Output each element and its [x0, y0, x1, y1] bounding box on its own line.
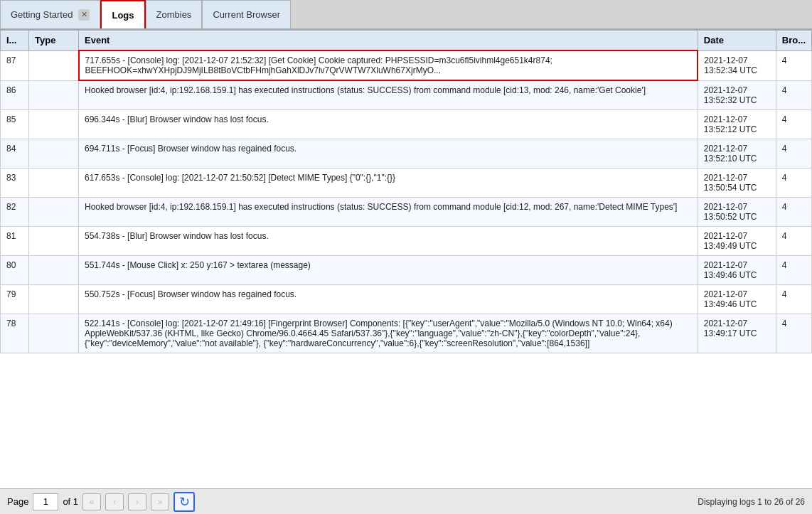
- cell-type: [29, 109, 79, 139]
- tab-current-browser[interactable]: Current Browser: [202, 0, 291, 28]
- cell-bro: 4: [776, 50, 811, 80]
- cell-event: Hooked browser [id:4, ip:192.168.159.1] …: [79, 197, 698, 226]
- cell-type: [29, 284, 79, 314]
- cell-type: [29, 168, 79, 197]
- table-row: 82Hooked browser [id:4, ip:192.168.159.1…: [1, 197, 812, 226]
- table-header-row: I... Type Event Date Bro...: [1, 31, 812, 51]
- table-row: 87717.655s - [Console] log: [2021-12-07 …: [1, 50, 812, 80]
- logs-table-container: I... Type Event Date Bro... 87717.655s -…: [0, 30, 812, 488]
- cell-date: 2021-12-07 13:52:34 UTC: [698, 50, 776, 80]
- cell-i: 80: [1, 255, 29, 284]
- cell-bro: 4: [776, 314, 811, 353]
- cell-date: 2021-12-07 13:49:46 UTC: [698, 255, 776, 284]
- cell-i: 87: [1, 50, 29, 80]
- tab-current-browser-label: Current Browser: [213, 9, 280, 20]
- table-row: 78522.141s - [Console] log: [2021-12-07 …: [1, 314, 812, 353]
- cell-date: 2021-12-07 13:52:10 UTC: [698, 139, 776, 168]
- cell-date: 2021-12-07 13:49:17 UTC: [698, 314, 776, 353]
- table-row: 79550.752s - [Focus] Browser window has …: [1, 284, 812, 314]
- tab-zombies[interactable]: Zombies: [146, 0, 203, 28]
- cell-i: 81: [1, 226, 29, 255]
- cell-bro: 4: [776, 168, 811, 197]
- cell-event: 550.752s - [Focus] Browser window has re…: [79, 284, 698, 314]
- tab-zombies-label: Zombies: [156, 9, 192, 20]
- table-row: 83617.653s - [Console] log: [2021-12-07 …: [1, 168, 812, 197]
- cell-i: 85: [1, 109, 29, 139]
- cell-type: [29, 50, 79, 80]
- table-row: 81554.738s - [Blur] Browser window has l…: [1, 226, 812, 255]
- tab-bar: Getting Started ✕ Logs Zombies Current B…: [0, 0, 812, 30]
- cell-bro: 4: [776, 284, 811, 314]
- cell-date: 2021-12-07 13:49:46 UTC: [698, 284, 776, 314]
- cell-type: [29, 139, 79, 168]
- cell-date: 2021-12-07 13:52:32 UTC: [698, 80, 776, 109]
- refresh-icon: ↻: [179, 494, 190, 510]
- cell-type: [29, 255, 79, 284]
- cell-event: 522.141s - [Console] log: [2021-12-07 21…: [79, 314, 698, 353]
- cell-event: 717.655s - [Console] log: [2021-12-07 21…: [79, 50, 698, 80]
- cell-i: 84: [1, 139, 29, 168]
- prev-page-button[interactable]: ‹: [105, 493, 124, 510]
- refresh-button[interactable]: ↻: [173, 492, 195, 512]
- col-header-event: Event: [79, 31, 698, 51]
- cell-bro: 4: [776, 80, 811, 109]
- table-row: 84694.711s - [Focus] Browser window has …: [1, 139, 812, 168]
- cell-event: 551.744s - [Mouse Click] x: 250 y:167 > …: [79, 255, 698, 284]
- cell-event: 694.711s - [Focus] Browser window has re…: [79, 139, 698, 168]
- cell-bro: 4: [776, 109, 811, 139]
- cell-bro: 4: [776, 226, 811, 255]
- tab-logs-label: Logs: [112, 10, 134, 21]
- cell-bro: 4: [776, 197, 811, 226]
- first-page-button[interactable]: «: [82, 493, 101, 510]
- cell-i: 82: [1, 197, 29, 226]
- next-page-button[interactable]: ›: [128, 493, 146, 510]
- last-page-button[interactable]: »: [151, 493, 169, 510]
- cell-bro: 4: [776, 139, 811, 168]
- footer: Page of 1 « ‹ › » ↻ Displaying logs 1 to…: [0, 488, 812, 514]
- page-of-label: of 1: [63, 496, 78, 507]
- col-header-bro: Bro...: [776, 31, 811, 51]
- page-label: Page: [7, 496, 28, 507]
- cell-event: Hooked browser [id:4, ip:192.168.159.1] …: [79, 80, 698, 109]
- cell-date: 2021-12-07 13:49:49 UTC: [698, 226, 776, 255]
- cell-event: 554.738s - [Blur] Browser window has los…: [79, 226, 698, 255]
- cell-i: 86: [1, 80, 29, 109]
- table-row: 80551.744s - [Mouse Click] x: 250 y:167 …: [1, 255, 812, 284]
- table-row: 85696.344s - [Blur] Browser window has l…: [1, 109, 812, 139]
- tab-logs[interactable]: Logs: [100, 0, 145, 28]
- cell-date: 2021-12-07 13:50:52 UTC: [698, 197, 776, 226]
- logs-table: I... Type Event Date Bro... 87717.655s -…: [0, 30, 812, 353]
- cell-date: 2021-12-07 13:50:54 UTC: [698, 168, 776, 197]
- cell-type: [29, 314, 79, 353]
- col-header-date: Date: [698, 31, 776, 51]
- tab-getting-started-close[interactable]: ✕: [78, 9, 90, 21]
- cell-type: [29, 197, 79, 226]
- cell-i: 78: [1, 314, 29, 353]
- cell-bro: 4: [776, 255, 811, 284]
- cell-type: [29, 226, 79, 255]
- cell-type: [29, 80, 79, 109]
- cell-event: 617.653s - [Console] log: [2021-12-07 21…: [79, 168, 698, 197]
- cell-i: 83: [1, 168, 29, 197]
- tab-getting-started-label: Getting Started: [11, 9, 73, 20]
- table-row: 86Hooked browser [id:4, ip:192.168.159.1…: [1, 80, 812, 109]
- col-header-i: I...: [1, 31, 29, 51]
- footer-status: Displaying logs 1 to 26 of 26: [698, 497, 805, 507]
- col-header-type: Type: [29, 31, 79, 51]
- cell-i: 79: [1, 284, 29, 314]
- cell-date: 2021-12-07 13:52:12 UTC: [698, 109, 776, 139]
- cell-event: 696.344s - [Blur] Browser window has los…: [79, 109, 698, 139]
- tab-getting-started[interactable]: Getting Started ✕: [0, 0, 100, 28]
- page-input[interactable]: [33, 493, 58, 510]
